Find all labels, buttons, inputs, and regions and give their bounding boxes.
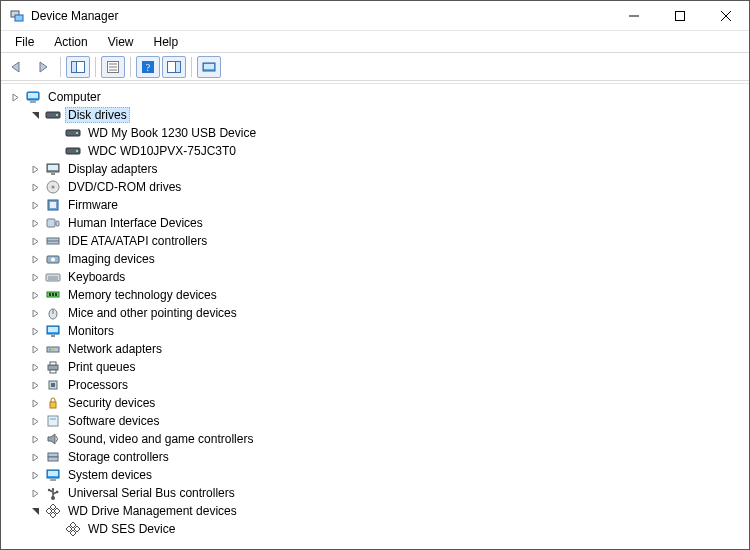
tree-item-label: Sound, video and game controllers bbox=[65, 431, 256, 447]
network-icon bbox=[45, 341, 61, 357]
tree-item-label: Software devices bbox=[65, 413, 162, 429]
expand-arrow-closed-icon[interactable] bbox=[29, 271, 41, 283]
svg-rect-20 bbox=[30, 101, 36, 103]
menu-help[interactable]: Help bbox=[144, 33, 189, 51]
svg-rect-15 bbox=[176, 61, 181, 72]
expand-arrow-open-icon[interactable] bbox=[29, 109, 41, 121]
toolbar-action-pane-button[interactable] bbox=[162, 56, 186, 78]
svg-rect-28 bbox=[48, 165, 58, 170]
tree-item-label: Firmware bbox=[65, 197, 121, 213]
toolbar-separator bbox=[95, 57, 96, 77]
toolbar-console-tree-button[interactable] bbox=[66, 56, 90, 78]
svg-point-54 bbox=[52, 349, 54, 351]
imaging-icon bbox=[45, 251, 61, 267]
menu-view[interactable]: View bbox=[98, 33, 144, 51]
expand-arrow-closed-icon[interactable] bbox=[29, 361, 41, 373]
toolbar-help-button[interactable]: ? bbox=[136, 56, 160, 78]
wd-icon bbox=[65, 521, 81, 537]
expand-arrow-closed-icon[interactable] bbox=[29, 469, 41, 481]
tree-item[interactable]: Storage controllers bbox=[1, 448, 749, 466]
expand-arrow-closed-icon[interactable] bbox=[29, 379, 41, 391]
display-icon bbox=[45, 161, 61, 177]
tree-item[interactable]: Processors bbox=[1, 376, 749, 394]
tree-item[interactable]: Imaging devices bbox=[1, 250, 749, 268]
tree-item[interactable]: Security devices bbox=[1, 394, 749, 412]
toolbar-properties-button[interactable] bbox=[101, 56, 125, 78]
tree-item[interactable]: WDC WD10JPVX-75JC3T0 bbox=[1, 142, 749, 160]
optical-icon bbox=[45, 179, 61, 195]
disk-icon bbox=[45, 107, 61, 123]
menu-file[interactable]: File bbox=[5, 33, 44, 51]
ide-icon bbox=[45, 233, 61, 249]
tree-item[interactable]: Print queues bbox=[1, 358, 749, 376]
tree-item-label: Memory technology devices bbox=[65, 287, 220, 303]
svg-rect-62 bbox=[50, 418, 56, 420]
expand-arrow-closed-icon[interactable] bbox=[29, 415, 41, 427]
tree-item[interactable]: Universal Serial Bus controllers bbox=[1, 484, 749, 502]
tree-item[interactable]: Mice and other pointing devices bbox=[1, 304, 749, 322]
tree-item[interactable]: Keyboards bbox=[1, 268, 749, 286]
tree-item-label: Human Interface Devices bbox=[65, 215, 206, 231]
tree-item[interactable]: Computer bbox=[1, 88, 749, 106]
toolbar-back-button[interactable] bbox=[5, 56, 29, 78]
svg-rect-7 bbox=[72, 61, 77, 72]
svg-rect-64 bbox=[48, 457, 58, 461]
expand-arrow-closed-icon[interactable] bbox=[29, 343, 41, 355]
toolbar-forward-button[interactable] bbox=[31, 56, 55, 78]
tree-item[interactable]: DVD/CD-ROM drives bbox=[1, 178, 749, 196]
expand-arrow-closed-icon[interactable] bbox=[29, 433, 41, 445]
expand-arrow-closed-icon[interactable] bbox=[29, 217, 41, 229]
svg-rect-51 bbox=[51, 335, 55, 337]
tree-item[interactable]: Network adapters bbox=[1, 340, 749, 358]
tree-item-label: Universal Serial Bus controllers bbox=[65, 485, 238, 501]
tree-item[interactable]: Monitors bbox=[1, 322, 749, 340]
tree-item[interactable]: WD SES Device bbox=[1, 520, 749, 538]
tree-item[interactable]: WD My Book 1230 USB Device bbox=[1, 124, 749, 142]
expand-arrow-closed-icon[interactable] bbox=[29, 181, 41, 193]
svg-point-31 bbox=[52, 186, 55, 189]
title-bar: Device Manager bbox=[1, 1, 749, 31]
close-button[interactable] bbox=[703, 1, 749, 31]
svg-point-39 bbox=[51, 258, 55, 262]
software-icon bbox=[45, 413, 61, 429]
security-icon bbox=[45, 395, 61, 411]
tree-item[interactable]: Human Interface Devices bbox=[1, 214, 749, 232]
expand-arrow-closed-icon[interactable] bbox=[29, 451, 41, 463]
svg-rect-29 bbox=[51, 173, 55, 175]
tree-item[interactable]: IDE ATA/ATAPI controllers bbox=[1, 232, 749, 250]
device-tree-pane[interactable]: ComputerDisk drivesWD My Book 1230 USB D… bbox=[1, 83, 749, 549]
expand-arrow-closed-icon[interactable] bbox=[29, 253, 41, 265]
tree-item[interactable]: Disk drives bbox=[1, 106, 749, 124]
minimize-button[interactable] bbox=[611, 1, 657, 31]
toolbar-scan-button[interactable] bbox=[197, 56, 221, 78]
expand-arrow-closed-icon[interactable] bbox=[29, 163, 41, 175]
expand-arrow-closed-icon[interactable] bbox=[29, 307, 41, 319]
svg-rect-35 bbox=[56, 221, 59, 226]
expand-arrow-closed-icon[interactable] bbox=[29, 325, 41, 337]
expand-arrow-closed-icon[interactable] bbox=[29, 289, 41, 301]
expand-arrow-closed-icon[interactable] bbox=[29, 199, 41, 211]
expand-arrow-closed-icon[interactable] bbox=[29, 487, 41, 499]
expand-arrow-closed-icon[interactable] bbox=[29, 235, 41, 247]
svg-rect-59 bbox=[51, 383, 55, 387]
svg-rect-17 bbox=[204, 64, 214, 69]
tree-item[interactable]: WD Drive Management devices bbox=[1, 502, 749, 520]
expand-arrow-open-icon[interactable] bbox=[29, 505, 41, 517]
tree-item[interactable]: Software devices bbox=[1, 412, 749, 430]
svg-point-53 bbox=[49, 349, 51, 351]
tree-item[interactable]: Memory technology devices bbox=[1, 286, 749, 304]
svg-rect-34 bbox=[47, 219, 55, 227]
tree-item[interactable]: Firmware bbox=[1, 196, 749, 214]
toolbar-separator bbox=[191, 57, 192, 77]
menu-action[interactable]: Action bbox=[44, 33, 97, 51]
tree-item-label: WDC WD10JPVX-75JC3T0 bbox=[85, 143, 239, 159]
expand-arrow-closed-icon[interactable] bbox=[29, 397, 41, 409]
tree-item[interactable]: System devices bbox=[1, 466, 749, 484]
maximize-button[interactable] bbox=[657, 1, 703, 31]
tree-item[interactable]: Display adapters bbox=[1, 160, 749, 178]
svg-rect-63 bbox=[48, 453, 58, 457]
device-tree: ComputerDisk drivesWD My Book 1230 USB D… bbox=[1, 84, 749, 542]
tree-item-label: Imaging devices bbox=[65, 251, 158, 267]
expand-arrow-closed-icon[interactable] bbox=[9, 91, 21, 103]
tree-item[interactable]: Sound, video and game controllers bbox=[1, 430, 749, 448]
